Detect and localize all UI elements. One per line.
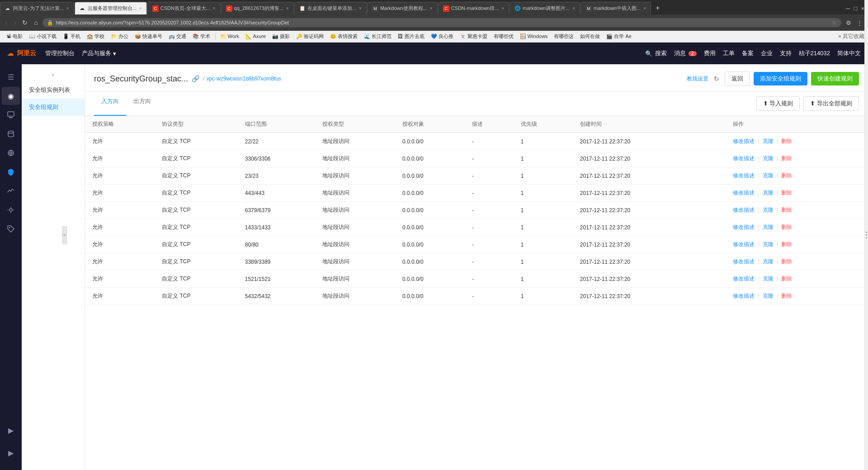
edit-desc-link-3[interactable]: 修改描述 <box>733 190 755 196</box>
tab-inbound[interactable]: 入方向 <box>94 92 126 116</box>
delete-link-6[interactable]: 删除 <box>781 241 792 247</box>
bookmark-star-icon[interactable]: ☆ <box>832 19 837 26</box>
bookmark-younazhei[interactable]: 有哪些这 <box>551 32 576 41</box>
delete-link-5[interactable]: 删除 <box>781 224 792 230</box>
edit-desc-link-9[interactable]: 修改描述 <box>733 293 755 299</box>
browser-tab-9[interactable]: M markdown中插入图... × <box>580 2 651 14</box>
bookmark-ae[interactable]: 🎬 自学 Ae <box>604 32 634 41</box>
close-button[interactable]: × <box>861 5 864 12</box>
tab-close-1[interactable]: × <box>66 6 69 11</box>
edit-desc-link-2[interactable]: 修改描述 <box>733 172 755 179</box>
collapse-button[interactable]: ‹ <box>22 68 85 81</box>
clone-link-0[interactable]: 克隆 <box>763 138 774 144</box>
forward-button[interactable]: › <box>12 18 18 27</box>
add-rule-button[interactable]: 添加安全组规则 <box>754 72 807 85</box>
tab-close-8[interactable]: × <box>572 6 575 11</box>
browser-tab-4[interactable]: C qq_28612673的博客... × <box>221 2 294 14</box>
tab-close-3[interactable]: × <box>213 6 216 11</box>
clone-link-1[interactable]: 克隆 <box>763 155 774 161</box>
bookmark-sheying[interactable]: 📷 摄影 <box>269 32 292 41</box>
url-bar[interactable]: 🔒 https://ecs.console.aliyun.com/?spm=51… <box>42 18 841 27</box>
clone-link-2[interactable]: 克隆 <box>763 172 774 179</box>
quick-create-button[interactable]: 快速创建规则 <box>811 72 859 85</box>
work-order-link[interactable]: 工单 <box>723 49 735 57</box>
sidebar-item-security-group-instances[interactable]: 安全组实例列表 <box>22 81 85 99</box>
bookmark-biaoqing[interactable]: 😊 表情搜索 <box>327 32 360 41</box>
browser-tab-8[interactable]: 🌐 markdown调整图片... × <box>509 2 580 14</box>
enterprise-link[interactable]: 企业 <box>761 49 773 57</box>
product-services-menu[interactable]: 产品与服务 ▾ <box>82 49 116 57</box>
bookmark-dianying[interactable]: 📽 电影 <box>4 32 25 41</box>
tab-close-9[interactable]: × <box>643 6 646 11</box>
home-button[interactable]: ⌂ <box>32 18 39 27</box>
bookmark-bangong[interactable]: 📁 办公 <box>108 32 131 41</box>
breadcrumb-vpc-link[interactable]: vpc-wz9wcwsn1b8b97xom8fus <box>206 76 281 82</box>
bookmark-younaxi[interactable]: 有哪些优 <box>491 32 516 41</box>
clone-link-8[interactable]: 克隆 <box>763 275 774 282</box>
browser-tab-6[interactable]: M Markdown使用教程... × <box>367 2 438 14</box>
back-button[interactable]: ‹ <box>4 18 9 27</box>
bookmark-liangxin[interactable]: 💙 良心推 <box>428 32 456 41</box>
bookmark-windows[interactable]: 🪟 Windows <box>517 33 551 40</box>
clone-link-5[interactable]: 克隆 <box>763 224 774 230</box>
sidebar-icon-overview[interactable]: ◉ <box>2 87 20 105</box>
sidebar-item-security-group-rules[interactable]: 安全组规则 <box>22 99 85 116</box>
clone-link-3[interactable]: 克隆 <box>763 190 774 196</box>
menu-button[interactable]: ⋮ <box>855 19 864 27</box>
bookmark-jiaotong[interactable]: 🚌 交通 <box>166 32 189 41</box>
delete-link-2[interactable]: 删除 <box>781 172 792 179</box>
bookmarks-more[interactable]: » 其它收藏 <box>838 33 864 40</box>
bookmark-axure[interactable]: 📐 Axure <box>243 33 269 40</box>
minimize-button[interactable]: ─ <box>846 5 850 12</box>
edit-desc-link-1[interactable]: 修改描述 <box>733 155 755 161</box>
bookmark-work[interactable]: 📁 Work <box>217 33 242 40</box>
browser-tab-5[interactable]: 📋 在桌面右键菜单添加... × <box>294 2 367 14</box>
clone-link-4[interactable]: 克隆 <box>763 207 774 213</box>
browser-tab-7[interactable]: C CSDN-markdown排... × <box>438 2 509 14</box>
clone-link-9[interactable]: 克隆 <box>763 293 774 299</box>
sidebar-icon-instances[interactable] <box>2 106 20 124</box>
messages-button[interactable]: 消息 2 <box>674 49 696 57</box>
tab-close-4[interactable]: × <box>286 6 289 11</box>
extensions-button[interactable]: ⚙ <box>844 19 853 27</box>
new-tab-button[interactable]: + <box>651 2 664 14</box>
sidebar-icon-tags[interactable] <box>2 220 20 238</box>
support-link[interactable]: 支持 <box>780 49 792 57</box>
clone-link-6[interactable]: 克隆 <box>763 241 774 247</box>
edit-desc-link-4[interactable]: 修改描述 <box>733 207 755 213</box>
tab-close-7[interactable]: × <box>501 6 504 11</box>
edit-desc-link-6[interactable]: 修改描述 <box>733 241 755 247</box>
refresh-button[interactable]: ↻ <box>712 73 721 84</box>
edit-desc-link-0[interactable]: 修改描述 <box>733 138 755 144</box>
tab-close-6[interactable]: × <box>430 6 433 11</box>
tab-outbound[interactable]: 出方向 <box>126 92 158 116</box>
sidebar-collapse-handle[interactable]: ≡ <box>62 226 67 244</box>
help-setup-link[interactable]: 教我设置 <box>687 75 708 83</box>
browser-tab-3[interactable]: C CSDN首页-全球最大... × <box>147 2 221 14</box>
sidebar-expand-2[interactable]: ▶ <box>2 444 20 462</box>
user-account[interactable]: 桔子214032 <box>799 49 830 57</box>
bookmark-xueshu[interactable]: 📚 学术 <box>190 32 213 41</box>
tab-close-2[interactable]: × <box>139 6 142 11</box>
browser-tab-1[interactable]: ☁ 阿里云-为了无法计算... × <box>0 2 74 14</box>
resize-handle[interactable] <box>864 0 868 470</box>
browser-tab-2[interactable]: ☁ 云服务器管理控制台... × <box>75 2 147 14</box>
clone-link-7[interactable]: 克隆 <box>763 258 774 265</box>
language-selector[interactable]: 简体中文 <box>837 49 861 57</box>
sidebar-icon-auto-scaling[interactable] <box>2 201 20 219</box>
bookmark-xiaoshuo[interactable]: 📖 小说下载 <box>26 32 59 41</box>
bookmark-xuexiao[interactable]: 🏫 学校 <box>84 32 107 41</box>
bookmark-juihui[interactable]: 🃏 聚惠卡盟 <box>457 32 490 41</box>
edit-desc-link-5[interactable]: 修改描述 <box>733 224 755 230</box>
delete-link-4[interactable]: 删除 <box>781 207 792 213</box>
delete-link-3[interactable]: 删除 <box>781 190 792 196</box>
bookmark-shouji[interactable]: 📱 手机 <box>60 32 83 41</box>
sidebar-icon-network[interactable] <box>2 144 20 162</box>
management-title[interactable]: 管理控制台 <box>45 49 75 57</box>
bookmark-changjiang[interactable]: 🌊 长江师范 <box>361 32 394 41</box>
sidebar-expand-1[interactable]: ▶ <box>2 421 20 439</box>
bookmark-kuaidi[interactable]: 📦 快递单号 <box>132 32 165 41</box>
sidebar-icon-storage[interactable] <box>2 125 20 143</box>
bookmark-tupian[interactable]: 🖼 图片去底 <box>395 32 427 41</box>
export-all-button[interactable]: ⬆ 导出全部规则 <box>803 96 859 111</box>
